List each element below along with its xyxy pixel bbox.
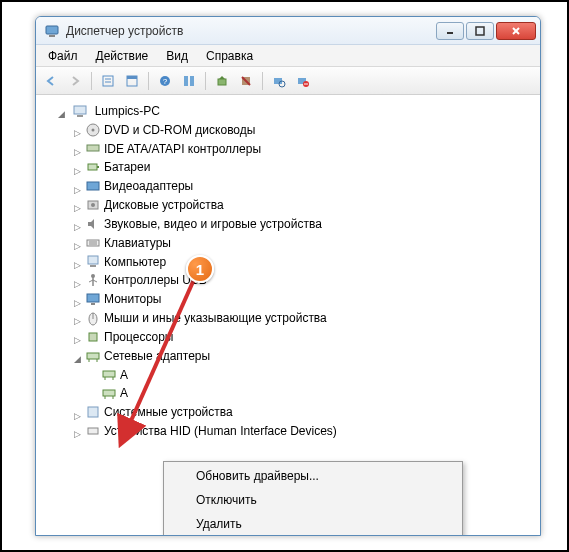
tree-item-label: Системные устройства — [104, 405, 233, 419]
tree-item-adapter[interactable]: A — [88, 365, 536, 384]
menubar: Файл Действие Вид Справка — [36, 45, 540, 67]
tree-item-label: Клавиатуры — [104, 236, 171, 250]
svg-rect-14 — [190, 76, 194, 86]
properties-button[interactable] — [97, 70, 119, 92]
tree-item-label: Мониторы — [104, 292, 161, 306]
expand-icon[interactable]: ▷ — [72, 331, 83, 342]
disable-button[interactable] — [292, 70, 314, 92]
ctx-update-drivers[interactable]: Обновить драйверы... — [166, 464, 460, 488]
pane-button[interactable] — [178, 70, 200, 92]
device-icon — [85, 235, 101, 251]
device-manager-window: Диспетчер устройств Файл Действие Вид Сп… — [35, 16, 541, 536]
menu-help[interactable]: Справка — [198, 47, 261, 65]
svg-rect-6 — [103, 76, 113, 86]
expand-icon[interactable]: ▷ — [72, 312, 83, 323]
forward-button[interactable] — [64, 70, 86, 92]
svg-rect-13 — [184, 76, 188, 86]
tree-item-label: Батареи — [104, 160, 150, 174]
tree-item-label: Сетевые адаптеры — [104, 349, 210, 363]
tree-item[interactable]: ▷IDE ATA/ATAPI контроллеры — [72, 139, 536, 158]
tree-item-adapter[interactable]: A — [88, 383, 536, 402]
view-button[interactable] — [121, 70, 143, 92]
device-tree[interactable]: ◢ Lumpics-PC ▷DVD и CD-ROM дисководы▷IDE… — [36, 95, 540, 535]
tree-item-label: Видеоадаптеры — [104, 179, 193, 193]
toolbar-sep — [148, 72, 149, 90]
svg-rect-29 — [97, 166, 99, 168]
close-button[interactable] — [496, 22, 536, 40]
collapse-icon[interactable]: ◢ — [72, 350, 83, 361]
tree-item[interactable]: ▷Дисковые устройства — [72, 195, 536, 214]
ctx-delete[interactable]: Удалить — [166, 512, 460, 535]
network-adapter-icon — [101, 385, 117, 401]
callout-1: 1 — [186, 255, 214, 283]
expand-icon[interactable]: ▷ — [72, 237, 83, 248]
network-adapter-icon — [101, 366, 117, 382]
tree-item[interactable]: ▷Устройства HID (Human Interface Devices… — [72, 421, 536, 440]
toolbar: ? — [36, 67, 540, 95]
scan-button[interactable] — [268, 70, 290, 92]
expand-icon[interactable]: ▷ — [72, 181, 83, 192]
tree-item-label: IDE ATA/ATAPI контроллеры — [104, 141, 261, 155]
expand-icon[interactable]: ▷ — [72, 275, 83, 286]
ctx-disable[interactable]: Отключить — [166, 488, 460, 512]
svg-rect-36 — [88, 256, 98, 264]
computer-icon — [72, 103, 88, 119]
uninstall-button[interactable] — [235, 70, 257, 92]
expand-icon[interactable]: ▷ — [72, 294, 83, 305]
back-button[interactable] — [40, 70, 62, 92]
svg-rect-3 — [476, 27, 484, 35]
tree-item[interactable]: ▷Контроллеры USB — [72, 270, 536, 289]
tree-item-label: Устройства HID (Human Interface Devices) — [104, 424, 337, 438]
svg-rect-15 — [218, 79, 226, 85]
tree-item-label: A — [120, 386, 128, 400]
menu-action[interactable]: Действие — [88, 47, 157, 65]
expand-icon[interactable]: ▷ — [72, 124, 83, 135]
tree-item[interactable]: ▷Мониторы — [72, 289, 536, 308]
update-button[interactable] — [211, 70, 233, 92]
menu-file[interactable]: Файл — [40, 47, 86, 65]
expand-icon[interactable]: ▷ — [72, 256, 83, 267]
collapse-icon[interactable]: ◢ — [56, 105, 67, 116]
tree-item[interactable]: ▷Системные устройства — [72, 402, 536, 421]
device-icon — [85, 272, 101, 288]
tree-item[interactable]: ▷Видеоадаптеры — [72, 176, 536, 195]
tree-item[interactable]: ▷Мыши и иные указывающие устройства — [72, 308, 536, 327]
svg-rect-30 — [87, 182, 99, 190]
svg-rect-28 — [88, 164, 97, 170]
minimize-button[interactable] — [436, 22, 464, 40]
svg-rect-10 — [127, 76, 137, 79]
tree-item[interactable]: ▷Звуковые, видео и игровые устройства — [72, 214, 536, 233]
svg-text:?: ? — [163, 77, 168, 86]
help-button[interactable]: ? — [154, 70, 176, 92]
tree-item[interactable]: ▷Батареи — [72, 157, 536, 176]
tree-item-label: Дисковые устройства — [104, 198, 224, 212]
svg-rect-33 — [87, 240, 99, 246]
expand-icon[interactable]: ▷ — [72, 162, 83, 173]
window-title: Диспетчер устройств — [66, 24, 436, 38]
svg-rect-37 — [90, 265, 96, 267]
tree-root[interactable]: ◢ Lumpics-PC ▷DVD и CD-ROM дисководы▷IDE… — [56, 101, 536, 440]
menu-view[interactable]: Вид — [158, 47, 196, 65]
device-icon — [85, 291, 101, 307]
context-menu: Обновить драйверы... Отключить Удалить О… — [163, 461, 463, 535]
device-icon — [85, 253, 101, 269]
app-icon — [44, 23, 60, 39]
root-label: Lumpics-PC — [95, 104, 160, 118]
tree-item[interactable]: ▷DVD и CD-ROM дисководы — [72, 120, 536, 139]
window-buttons — [436, 22, 536, 40]
device-icon — [85, 216, 101, 232]
tree-item[interactable]: ▷Компьютер — [72, 252, 536, 271]
expand-icon[interactable]: ▷ — [72, 218, 83, 229]
expand-icon[interactable]: ▷ — [72, 143, 83, 154]
expand-icon[interactable]: ▷ — [72, 425, 83, 436]
svg-rect-24 — [77, 115, 83, 117]
expand-icon[interactable]: ▷ — [72, 407, 83, 418]
tree-item[interactable]: ▷Процессоры — [72, 327, 536, 346]
svg-rect-1 — [49, 35, 55, 37]
tree-item[interactable]: ◢Сетевые адаптерыAA — [72, 346, 536, 402]
expand-icon[interactable]: ▷ — [72, 199, 83, 210]
svg-rect-56 — [88, 407, 98, 417]
svg-rect-42 — [87, 294, 99, 302]
maximize-button[interactable] — [466, 22, 494, 40]
tree-item[interactable]: ▷Клавиатуры — [72, 233, 536, 252]
